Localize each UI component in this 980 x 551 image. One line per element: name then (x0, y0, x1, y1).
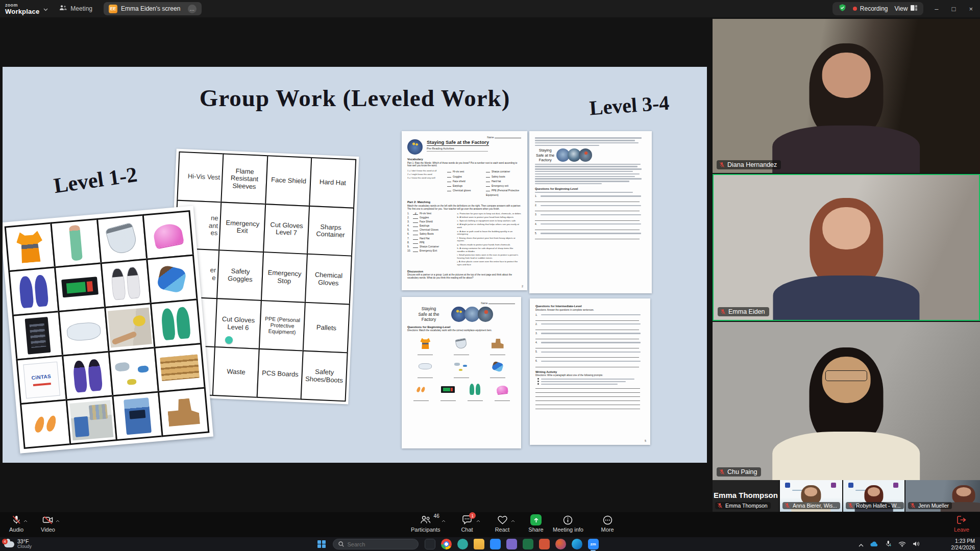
level-1-2-label: Level 1-2 (33, 160, 158, 201)
participant-tile[interactable]: Jenn Mueller (905, 480, 980, 512)
answer-line (535, 198, 640, 202)
teams-icon[interactable] (457, 539, 468, 549)
vocabulary-heading: Vocabulary (407, 158, 522, 161)
shoulders (773, 276, 919, 321)
participant-name: Jenn Mueller (918, 503, 949, 509)
bingo-word-cell: Hi-Vis Vest (177, 151, 224, 203)
taskbar-search[interactable] (333, 539, 419, 549)
participant-name: Diana Hernandez (727, 161, 777, 168)
ppe-items-photo (115, 358, 153, 386)
equipment-item (467, 382, 484, 401)
chevron-up-icon[interactable] (23, 517, 28, 523)
writing-line (535, 389, 640, 393)
chemical-gloves-photo (152, 300, 200, 347)
participant-tile[interactable]: Robyn Hallet - W... (843, 480, 904, 512)
text-line (541, 223, 641, 224)
wifi-icon[interactable] (898, 540, 906, 549)
edge-icon[interactable] (572, 539, 582, 549)
restore-button[interactable]: □ (952, 5, 956, 13)
more-label: More (601, 527, 614, 533)
video-button[interactable]: Video (37, 514, 59, 533)
equipment-item (416, 359, 434, 378)
bingo-photo-cell (19, 399, 71, 449)
bingo-word-cell: Chemical Gloves (305, 254, 352, 305)
tab-shared-screen[interactable]: EE Emma Eiden's screen … (104, 2, 202, 15)
worksheet-header: Staying Safe at the Factory (408, 306, 516, 322)
chevron-down-icon[interactable] (43, 4, 48, 13)
participant-tile[interactable]: Chu Paing (713, 322, 980, 480)
bingo-photo-cell (150, 298, 202, 348)
participant-person (766, 347, 926, 480)
chevron-up-icon[interactable] (476, 517, 480, 523)
participants-button[interactable]: 46 Participants (411, 514, 440, 533)
browser-icon[interactable] (555, 539, 566, 549)
chemical-gloves-photo (467, 382, 484, 397)
participant-person (766, 43, 926, 173)
answer-line (535, 235, 640, 239)
desktop-icon[interactable] (425, 539, 435, 549)
worksheet-reading: Staying Safe at the FactoryQuestions for… (529, 131, 652, 293)
discussion-heading: Discussion (407, 270, 522, 273)
leave-button[interactable]: Leave (950, 514, 973, 533)
excel-icon[interactable] (523, 539, 533, 549)
brand-workplace: Workplace (5, 8, 39, 15)
more-button[interactable]: More (596, 514, 619, 533)
chat-button[interactable]: 1 Chat (456, 514, 478, 533)
info-icon (563, 514, 573, 525)
tab-more-icon[interactable]: … (188, 5, 197, 13)
match-word-row: 9.Sharps Container (407, 245, 453, 248)
participant-tile[interactable]: Emma Eiden (713, 174, 980, 321)
participant-name-label: Emma Eiden (718, 307, 769, 316)
view-button[interactable]: View (895, 5, 918, 12)
mic-in-use-icon[interactable] (885, 540, 892, 549)
zoom-meeting-window: zoom Workplace Meeting EE Emma Eiden's s… (0, 0, 980, 551)
close-button[interactable]: × (969, 5, 973, 13)
weather-widget[interactable]: 4 33°F Cloudy (4, 539, 32, 549)
office-app-icon[interactable] (506, 539, 517, 549)
writing-heading: Writing Activity (535, 370, 645, 373)
part2-heading: Part 2: Matching (407, 201, 522, 204)
video-label: Video (41, 527, 55, 533)
question-item: 1. (535, 194, 646, 198)
participant-tile[interactable]: Emma ThompsonEmma Thompson (713, 480, 779, 512)
zoom-app-icon[interactable]: zm (588, 539, 599, 549)
react-button[interactable]: React (491, 514, 513, 533)
speaker-icon[interactable] (913, 540, 920, 549)
chevron-up-icon[interactable] (56, 517, 60, 523)
factory-photo (478, 307, 493, 322)
participant-tile[interactable]: Diana Hernandez (713, 19, 980, 173)
search-input[interactable] (348, 541, 409, 547)
face-shield-photo (455, 338, 468, 349)
camera-muted-icon (42, 514, 54, 525)
share-button[interactable]: Share (525, 514, 547, 533)
blue-gloves-photo (492, 361, 504, 372)
onedrive-icon[interactable] (870, 540, 878, 549)
taskbar-clock[interactable]: 1:23 PM 2/24/2026 (951, 538, 975, 550)
recording-indicator[interactable]: Recording (853, 5, 888, 12)
participant-tile[interactable]: Anna Bierer, Wis... (780, 480, 842, 512)
bingo-photo-cell (4, 222, 56, 272)
audio-button[interactable]: Audio (5, 514, 28, 533)
participants-label: Participants (411, 527, 440, 533)
question-item: 6. (535, 359, 645, 363)
definition: b. A helmet worn to protect your head fr… (457, 216, 522, 219)
welding-gloves-photo (10, 268, 58, 315)
powerpoint-icon[interactable] (539, 539, 550, 549)
minimize-button[interactable]: – (935, 5, 938, 13)
file-explorer-icon[interactable] (474, 539, 484, 549)
chrome-icon[interactable] (441, 539, 452, 549)
answer-line (535, 226, 640, 230)
blue-machine-photo (124, 397, 152, 435)
question-item: 5. (535, 350, 645, 354)
meeting-info-button[interactable]: Meeting info (553, 514, 583, 533)
chevron-up-icon[interactable] (442, 517, 446, 523)
zoom-meeting-icon[interactable] (490, 539, 501, 549)
start-button[interactable] (317, 540, 326, 548)
chat-badge: 1 (469, 512, 476, 519)
chevron-up-icon[interactable] (511, 517, 515, 523)
text-line (535, 178, 642, 179)
chevron-up-icon[interactable] (859, 540, 864, 549)
answer-line (535, 217, 640, 221)
tab-meeting[interactable]: Meeting (57, 0, 94, 17)
bingo-photo-cell: CiNTAS (16, 355, 67, 405)
